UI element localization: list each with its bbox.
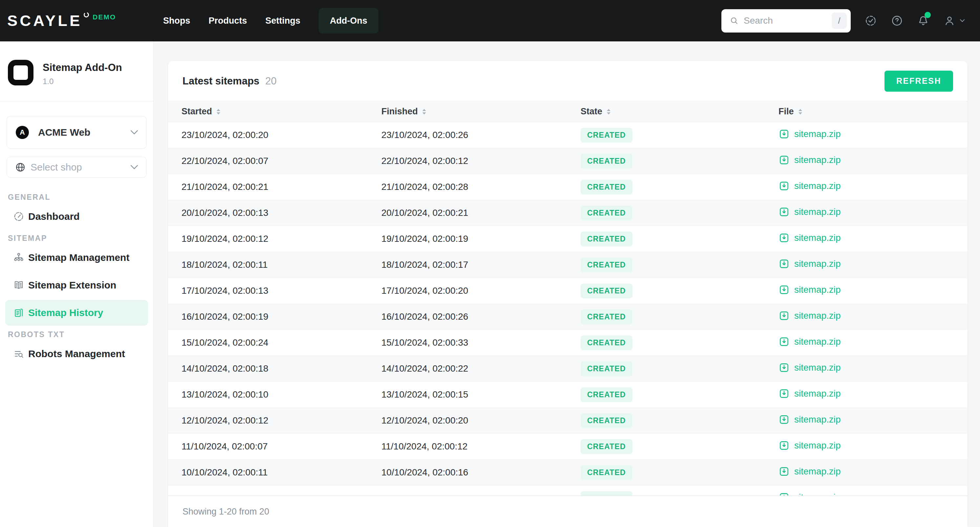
download-file-icon <box>778 206 790 217</box>
scayle-logo[interactable]: SCAYLE DEMO <box>7 9 135 32</box>
table-row: 11/10/2024, 02:00:07 11/10/2024, 02:00:1… <box>168 434 967 460</box>
cell-file: sitemap.zip <box>778 466 967 479</box>
file-download-link[interactable]: sitemap.zip <box>778 258 841 270</box>
nav-add-ons[interactable]: Add-Ons <box>319 8 379 34</box>
cell-finished: 12/10/2024, 02:00:20 <box>381 415 581 426</box>
cell-started: 12/10/2024, 02:00:12 <box>181 415 381 426</box>
cell-finished: 21/10/2024, 02:00:28 <box>381 182 581 192</box>
cell-finished: 23/10/2024, 02:00:26 <box>381 130 581 140</box>
cell-file: sitemap.zip <box>778 336 967 350</box>
dashboard-icon <box>13 211 24 222</box>
column-header-finished[interactable]: Finished <box>381 107 581 117</box>
cell-finished: 18/10/2024, 02:00:17 <box>381 260 581 270</box>
latest-sitemaps-card: Latest sitemaps 20 REFRESH Started Finis… <box>168 61 967 527</box>
globe-icon <box>15 162 26 173</box>
help-button[interactable] <box>891 14 903 27</box>
table-row: 16/10/2024, 02:00:19 16/10/2024, 02:00:2… <box>168 304 967 330</box>
section-label-general: GENERAL <box>8 193 153 202</box>
sidebar-item-sitemap-history[interactable]: Sitemap History <box>5 300 148 326</box>
tasks-button[interactable] <box>864 14 877 27</box>
nav-products[interactable]: Products <box>209 16 247 26</box>
cell-started: 17/10/2024, 02:00:13 <box>181 286 381 296</box>
shop-selector-placeholder: Select shop <box>30 162 82 173</box>
search-input[interactable] <box>744 16 832 26</box>
column-header-started[interactable]: Started <box>181 107 381 117</box>
help-icon <box>891 14 903 27</box>
table-row: 17/10/2024, 02:00:13 17/10/2024, 02:00:2… <box>168 278 967 304</box>
sidebar-item-label: Dashboard <box>28 211 80 222</box>
cell-state: CREATED <box>581 335 778 350</box>
sitemap-management-icon <box>13 252 24 263</box>
user-icon <box>943 14 956 27</box>
download-file-icon <box>778 414 790 425</box>
status-badge: CREATED <box>581 465 632 480</box>
sidebar-item-sitemap-extension[interactable]: Sitemap Extension <box>5 272 148 298</box>
page-title: Latest sitemaps <box>183 75 259 87</box>
cell-started: 19/10/2024, 02:00:12 <box>181 233 381 244</box>
shop-selector[interactable]: Select shop <box>6 157 147 178</box>
status-badge: CREATED <box>581 361 632 376</box>
main-nav: Shops Products Settings Add-Ons <box>163 8 379 34</box>
file-download-link[interactable]: sitemap.zip <box>778 466 841 477</box>
logo-mark-icon <box>83 12 89 18</box>
cell-started: 14/10/2024, 02:00:18 <box>181 363 381 374</box>
cell-started: 10/10/2024, 02:00:11 <box>181 467 381 478</box>
sidebar-item-dashboard[interactable]: Dashboard <box>5 204 148 229</box>
cell-state: CREATED <box>581 206 778 220</box>
topbar: SCAYLE DEMO Shops Products Settings Add-… <box>0 0 980 42</box>
status-badge: CREATED <box>581 154 632 169</box>
table-row: 15/10/2024, 02:00:24 15/10/2024, 02:00:3… <box>168 330 967 356</box>
cell-state: CREATED <box>581 257 778 272</box>
demo-badge: DEMO <box>92 13 116 21</box>
file-download-link[interactable]: sitemap.zip <box>778 284 841 295</box>
cell-started: 20/10/2024, 02:00:13 <box>181 208 381 218</box>
file-download-link[interactable]: sitemap.zip <box>778 128 841 140</box>
search-box[interactable]: / <box>721 9 851 32</box>
sidebar-item-robots-management[interactable]: Robots Management <box>5 341 148 367</box>
cell-state: CREATED <box>581 413 778 428</box>
cell-finished: 20/10/2024, 02:00:21 <box>381 208 581 218</box>
notifications-button[interactable] <box>917 14 929 27</box>
logo-text: SCAYLE <box>7 9 82 32</box>
cell-started: 16/10/2024, 02:00:19 <box>181 311 381 322</box>
file-download-link[interactable]: sitemap.zip <box>778 336 841 347</box>
cell-finished: 16/10/2024, 02:00:26 <box>381 311 581 322</box>
column-header-file[interactable]: File <box>778 107 967 117</box>
table-row: 13/10/2024, 02:00:10 13/10/2024, 02:00:1… <box>168 382 967 408</box>
cell-finished: 17/10/2024, 02:00:20 <box>381 286 581 296</box>
sidebar-item-sitemap-management[interactable]: Sitemap Management <box>5 245 148 270</box>
status-badge: CREATED <box>581 180 632 195</box>
nav-shops[interactable]: Shops <box>163 16 190 26</box>
status-badge: CREATED <box>581 257 632 272</box>
robots-management-icon <box>13 348 24 359</box>
cell-state: CREATED <box>581 232 778 246</box>
table-row: 14/10/2024, 02:00:18 14/10/2024, 02:00:2… <box>168 356 967 382</box>
refresh-button[interactable]: REFRESH <box>885 71 953 92</box>
column-header-state[interactable]: State <box>581 107 778 117</box>
file-download-link[interactable]: sitemap.zip <box>778 388 841 399</box>
search-icon <box>729 16 739 26</box>
cell-started: 18/10/2024, 02:00:11 <box>181 260 381 270</box>
file-download-link[interactable]: sitemap.zip <box>778 310 841 321</box>
account-menu[interactable] <box>943 14 965 27</box>
pagination-summary: Showing 1-20 from 20 <box>183 507 269 517</box>
cell-file: sitemap.zip <box>778 440 967 454</box>
chevron-down-icon <box>960 19 965 22</box>
tenant-avatar: A <box>16 126 29 139</box>
tenant-selector[interactable]: A ACME Web <box>6 116 147 149</box>
status-badge: CREATED <box>581 284 632 298</box>
file-download-link[interactable]: sitemap.zip <box>778 180 841 192</box>
addon-version: 1.0 <box>43 77 122 86</box>
table-row: 22/10/2024, 02:00:07 22/10/2024, 02:00:1… <box>168 148 967 174</box>
sort-icon <box>798 109 803 115</box>
file-download-link[interactable]: sitemap.zip <box>778 440 841 451</box>
file-download-link[interactable]: sitemap.zip <box>778 155 841 166</box>
file-download-link[interactable]: sitemap.zip <box>778 206 841 217</box>
file-download-link[interactable]: sitemap.zip <box>778 232 841 243</box>
file-download-link[interactable]: sitemap.zip <box>778 362 841 373</box>
download-file-icon <box>778 466 790 477</box>
sort-icon <box>606 109 611 115</box>
sidebar-item-label: Sitemap History <box>28 307 103 318</box>
file-download-link[interactable]: sitemap.zip <box>778 414 841 425</box>
nav-settings[interactable]: Settings <box>266 16 301 26</box>
